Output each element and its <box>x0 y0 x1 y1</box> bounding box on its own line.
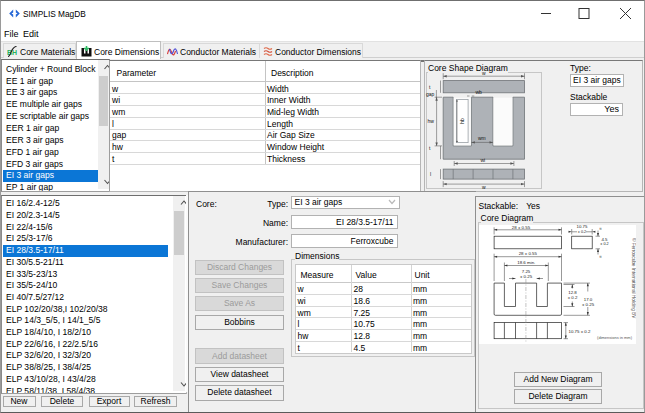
svg-text:± 0.25: ± 0.25 <box>582 301 595 306</box>
svg-text:w: w <box>482 184 486 190</box>
svg-text:± 0.2: ± 0.2 <box>600 242 608 246</box>
svg-text:gap: gap <box>426 91 435 97</box>
svg-text:hw: hw <box>428 118 435 124</box>
svg-text:12.8: 12.8 <box>568 289 577 294</box>
svg-text:wm: wm <box>478 135 486 141</box>
svg-text:± 0.2: ± 0.2 <box>568 295 578 300</box>
svg-text:28 ± 0.55: 28 ± 0.55 <box>519 251 538 256</box>
svg-text:tt: tt <box>600 254 602 258</box>
svg-text:© Ferroxcube International Hol: © Ferroxcube International Holding BV <box>631 238 636 319</box>
svg-text:4.5: 4.5 <box>601 236 608 241</box>
svg-text:± 0.25: ± 0.25 <box>520 273 533 278</box>
svg-text:(dimensions in mm): (dimensions in mm) <box>597 334 633 339</box>
svg-text:t: t <box>429 84 431 90</box>
svg-text:t: t <box>429 145 431 151</box>
svg-text:18.6 min.: 18.6 min. <box>517 260 535 265</box>
svg-text:l: l <box>430 171 431 177</box>
svg-text:28 ± 0.55: 28 ± 0.55 <box>512 225 531 230</box>
svg-text:10.75: 10.75 <box>577 225 589 229</box>
svg-text:hb: hb <box>459 118 465 124</box>
svg-text:w: w <box>482 70 486 76</box>
svg-text:wb: wb <box>476 89 483 95</box>
svg-text:10.75 ± 0.2: 10.75 ± 0.2 <box>569 328 591 333</box>
svg-text:± 0.2: ± 0.2 <box>578 229 586 233</box>
svg-text:wi: wi <box>481 157 486 163</box>
svg-text:tt: tt <box>600 226 602 230</box>
svg-text:17.0: 17.0 <box>584 296 593 301</box>
